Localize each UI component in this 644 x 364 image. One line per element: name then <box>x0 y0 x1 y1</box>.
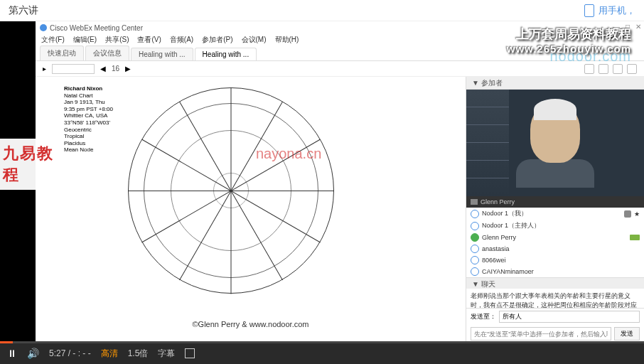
chart-system: Geocentric <box>64 127 113 134</box>
chat-messages: 老师刚说当那个跟大事年表相关的年龄和主要行星的意义时，我有点不是很确定，这种把周… <box>466 289 644 308</box>
brand-text: 九易教程 <box>3 143 61 186</box>
chart-coords: 33°N58' 118°W03' <box>64 119 113 127</box>
presenter-silhouette <box>516 102 594 191</box>
chart-houses: Placidus <box>64 140 113 147</box>
list-item[interactable]: 8066wei <box>466 255 644 266</box>
chart-node: Mean Node <box>64 146 113 154</box>
time-display: 5:27 / - : - - <box>49 348 91 358</box>
menu-help[interactable]: 帮助(H) <box>275 35 299 45</box>
watermark-center: nayona.cn <box>256 146 321 162</box>
webex-icon <box>40 24 47 31</box>
mic-icon[interactable] <box>624 210 631 218</box>
chart-copyright: ©Glenn Perry & www.nodoor.com <box>36 320 466 328</box>
camera-badge-icon[interactable] <box>630 235 640 240</box>
menu-participant[interactable]: 参加者(P) <box>202 35 232 45</box>
menu-share[interactable]: 共享(S) <box>105 35 129 45</box>
user-icon <box>471 222 479 230</box>
send-to-select[interactable]: 所有人 <box>499 311 640 323</box>
fit-icon[interactable] <box>613 64 623 74</box>
watermark-line2: www.265zhouyiw.com <box>507 43 631 55</box>
volume-icon[interactable]: 🔊 <box>27 348 39 359</box>
video-player-area: 九易教程 Cisco WebEx Meeting Center — □ ✕ 文件… <box>0 21 644 343</box>
tab-healing-1[interactable]: Healing with ... <box>131 48 193 60</box>
webex-title-text: Cisco WebEx Meeting Center <box>50 24 143 32</box>
list-item[interactable]: Nodoor 1（主持人） <box>466 220 644 232</box>
tab-healing-2[interactable]: Healing with ... <box>195 48 257 60</box>
chat-input[interactable] <box>471 327 611 341</box>
watermark-top: 上万套周易资料教程 www.265zhouyiw.com <box>507 26 631 55</box>
list-item[interactable]: anastasia <box>466 243 644 255</box>
pause-icon[interactable]: ⏸ <box>7 348 17 359</box>
close-icon[interactable]: ✕ <box>635 23 641 31</box>
menu-file[interactable]: 文件(F) <box>41 35 65 45</box>
chart-zodiac: Tropical <box>64 133 113 140</box>
presenter-name: Glenn Perry <box>481 198 515 205</box>
chart-time: 9:35 pm PST +8:00 <box>64 106 113 113</box>
speed-button[interactable]: 1.5倍 <box>128 348 149 360</box>
page-next-icon[interactable]: ▶ <box>125 65 131 73</box>
star-icon: ★ <box>634 210 640 218</box>
tab-quickstart[interactable]: 快速启动 <box>40 46 84 60</box>
phone-icon <box>584 4 594 17</box>
chart-place: Whittier CA, USA <box>64 112 113 119</box>
chat-send-row: 发送至： 所有人 <box>466 308 644 325</box>
participants-header[interactable]: ▼ 参加者 <box>466 77 644 90</box>
chart-type: Natal Chart <box>64 92 113 100</box>
list-item[interactable]: CAIYANminamoer <box>466 266 644 277</box>
send-to-label: 发送至： <box>471 312 496 321</box>
presenter-video <box>466 90 644 196</box>
toolbar-select[interactable] <box>52 64 95 74</box>
webex-window: Cisco WebEx Meeting Center — □ ✕ 文件(F) 编… <box>36 21 644 343</box>
quality-button[interactable]: 高清 <box>101 348 118 360</box>
fullscreen-icon[interactable] <box>185 348 195 358</box>
user-icon <box>471 210 479 218</box>
toolbar-arrow-icon[interactable]: ▸ <box>43 65 46 73</box>
mobile-hint-text: 用手机， <box>599 4 635 17</box>
tab-meeting-info[interactable]: 会议信息 <box>85 46 129 60</box>
chart-panel: Richard Nixon Natal Chart Jan 9 1913, Th… <box>36 77 466 343</box>
chat-message: 老师刚说当那个跟大事年表相关的年龄和主要行星的意义时，我有点不是很确定，这种把周… <box>471 291 640 308</box>
user-icon <box>471 245 479 253</box>
menu-view[interactable]: 查看(V) <box>137 35 161 45</box>
zoom-in-icon[interactable] <box>599 64 608 74</box>
zoom-out-icon[interactable] <box>584 64 594 74</box>
webex-body: Richard Nixon Natal Chart Jan 9 1913, Th… <box>36 77 644 343</box>
page-prev-icon[interactable]: ◀ <box>100 65 106 73</box>
chat-input-row: 发送 <box>466 325 644 343</box>
video-player-controls: ⏸ 🔊 5:27 / - : - - 高清 1.5倍 字幕 <box>0 343 644 364</box>
camera-icon <box>471 199 478 205</box>
user-icon <box>471 267 479 276</box>
chart-info-block: Richard Nixon Natal Chart Jan 9 1913, Th… <box>64 85 113 154</box>
send-button[interactable]: 发送 <box>614 327 640 341</box>
video-name-bar: Glenn Perry <box>466 196 644 208</box>
page-title: 第六讲 <box>9 4 38 17</box>
list-item[interactable]: Nodoor 1（我）★ <box>466 208 644 220</box>
progress-bar[interactable] <box>0 341 644 343</box>
chart-date: Jan 9 1913, Thu <box>64 99 113 106</box>
chat-header[interactable]: ▼ 聊天 <box>466 277 644 289</box>
subtitle-button[interactable]: 字幕 <box>158 348 175 360</box>
toolbar-view-icons <box>584 64 637 74</box>
menu-audio[interactable]: 音频(A) <box>170 35 193 45</box>
page-number: 16 <box>112 65 119 73</box>
list-item[interactable]: Glenn Perry <box>466 232 644 243</box>
brand-overlay: 九易教程 <box>0 139 64 190</box>
fullscreen-view-icon[interactable] <box>627 64 637 74</box>
astro-wheel <box>128 87 334 294</box>
watermark-line1: 上万套周易资料教程 <box>507 26 631 43</box>
video-content: Cisco WebEx Meeting Center — □ ✕ 文件(F) 编… <box>36 21 644 343</box>
participants-list: Nodoor 1（我）★ Nodoor 1（主持人） Glenn Perry a… <box>466 208 644 277</box>
right-panel: ▼ 参加者 Glenn Perry Nodoor 1（我）★ <box>466 77 644 343</box>
user-icon <box>471 233 479 242</box>
page-top-bar: 第六讲 用手机， <box>0 0 644 21</box>
chart-person-name: Richard Nixon <box>64 85 113 92</box>
mobile-link[interactable]: 用手机， <box>584 4 635 17</box>
menu-edit[interactable]: 编辑(E) <box>73 35 97 45</box>
user-icon <box>471 256 479 264</box>
menu-meeting[interactable]: 会议(M) <box>242 35 267 45</box>
